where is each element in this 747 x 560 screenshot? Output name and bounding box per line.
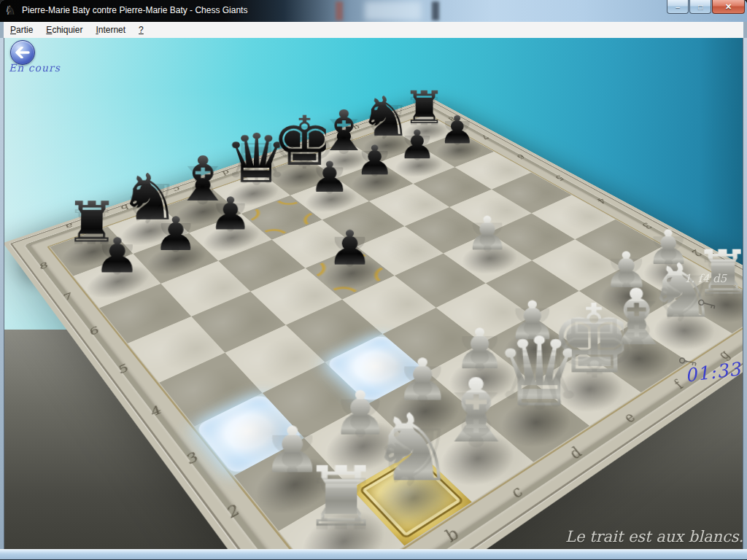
board-scene: 1122334455667788aabbccddeeffgghh: [4, 38, 743, 551]
minimize-button[interactable]: –: [667, 0, 689, 14]
menu-item-internet[interactable]: Internet: [89, 23, 132, 37]
chess-knights-icon: ♞: [5, 4, 18, 17]
titlebar-glass-blur: [432, 1, 439, 20]
titlebar[interactable]: ♞ Pierre-Marie Baty contre Pierre-Marie …: [0, 0, 747, 22]
turn-status-message: Le trait est aux blancs.: [565, 528, 743, 545]
window-border-left: [0, 38, 4, 551]
rank-label-8: 8: [23, 257, 61, 276]
piece-white-rook-a1[interactable]: [296, 380, 386, 539]
close-button[interactable]: ✕: [712, 0, 745, 14]
window-border-right: [743, 38, 747, 551]
titlebar-glass-blur: [365, 1, 422, 20]
rank-label-5: 5: [100, 357, 144, 382]
app-window: ♞ Pierre-Marie Baty contre Pierre-Marie …: [0, 0, 747, 560]
chess-board[interactable]: 1122334455667788aabbccddeeffgghh: [4, 98, 743, 551]
rank-label-6: 6: [72, 320, 114, 343]
rank-label-2: 2: [206, 494, 258, 530]
menu-item-?[interactable]: ?: [132, 23, 150, 37]
menu-item-echiquier[interactable]: Echiquier: [39, 23, 89, 37]
menu-item-partie[interactable]: Partie: [4, 23, 39, 37]
rank-label-3: 3: [166, 443, 214, 475]
rank-label-4: 4: [131, 397, 177, 426]
piece-black-pawn-a7[interactable]: [85, 167, 150, 280]
menubar: PartieEchiquierInternet?: [4, 22, 743, 39]
move-list: 1. f4 d5: [684, 272, 727, 285]
titlebar-glass-blur: [336, 1, 343, 20]
left-arrow-icon: [15, 47, 30, 58]
back-button[interactable]: [10, 40, 35, 65]
maximize-button[interactable]: □: [689, 0, 711, 14]
window-border-bottom: [0, 549, 747, 560]
window-controls: – □ ✕: [666, 0, 745, 14]
game-state-link[interactable]: En cours: [9, 62, 61, 74]
rank-label-7: 7: [47, 287, 87, 308]
window-title: Pierre-Marie Baty contre Pierre-Marie Ba…: [22, 5, 247, 15]
game-viewport: 1122334455667788aabbccddeeffgghh En cour…: [4, 38, 743, 551]
file-label-e: e: [595, 396, 662, 441]
